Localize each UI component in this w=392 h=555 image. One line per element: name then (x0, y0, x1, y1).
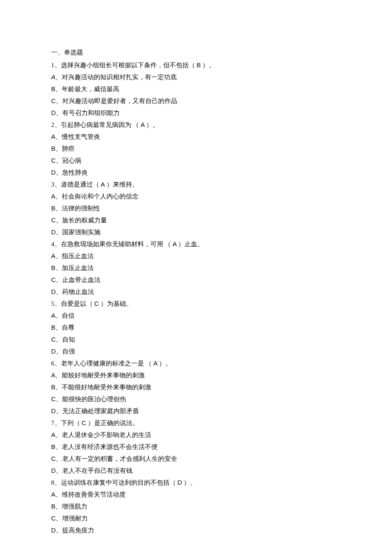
question-option: C、止血带止血法 (51, 274, 341, 286)
option-letter: B (51, 443, 55, 450)
question-option: A、对兴趣活动的知识相对扎实，有一定功底 (51, 71, 341, 83)
option-letter: D (51, 228, 56, 236)
question-stem: 8、运动训练在康复中可达到的目的不包括（ D ）。 (51, 477, 341, 489)
question-option: C、增强耐力 (51, 512, 341, 524)
option-letter: A (51, 491, 55, 498)
question-option: C、对兴趣活动即是爱好者，又有自己的作品 (51, 95, 341, 107)
option-text: 、加压止血法 (55, 265, 94, 271)
option-letter: D (51, 467, 56, 474)
question-option: D、国家强制实施 (51, 226, 341, 238)
option-text: 、有号召力和组织能力 (56, 109, 120, 116)
option-letter: A (51, 371, 55, 379)
option-letter: C (51, 515, 56, 522)
option-text: 、国家强制实施 (56, 229, 101, 236)
question-stem-text: 2、引起肺心病最常见病因为 （ (51, 121, 139, 128)
option-letter: D (51, 348, 56, 355)
option-text: 、肺癌 (55, 145, 75, 152)
question-stem: 3、道德是通过（ A ）来维持。 (51, 178, 341, 190)
option-letter: A (51, 73, 55, 81)
question-stem: 1、选择兴趣小组组长可根据以下条件，但不包括（ B ）。 (51, 59, 341, 71)
option-text: 、自信 (55, 312, 75, 319)
option-letter: A (51, 431, 55, 438)
question-option: B、肺癌 (51, 143, 341, 155)
question-answer: A (101, 181, 106, 188)
question-option: D、老人不在乎自己有没有钱 (51, 465, 341, 477)
option-letter: B (51, 324, 55, 331)
question-stem-text: 6、老年人心理健康的标准之一是 （ (51, 360, 152, 367)
question-answer: A (141, 121, 146, 128)
option-letter: B (51, 503, 55, 510)
option-letter: C (51, 336, 56, 343)
option-text: 、法律的强制性 (55, 205, 100, 212)
question-stem: 2、引起肺心病最常见病因为 （ A ）。 (51, 119, 341, 131)
option-text: 、自强 (56, 348, 75, 355)
question-answer: C (81, 419, 88, 426)
option-letter: A (51, 133, 55, 140)
option-letter: A (51, 252, 55, 259)
question-stem: 5、自爱是以（ C ）为基础。 (51, 298, 341, 310)
option-letter: D (51, 407, 56, 414)
question-answer: A (153, 359, 159, 367)
option-text: 、老人有一定的积蓄，才会感到人生的安全 (56, 455, 177, 462)
question-answer: D (177, 479, 184, 486)
question-stem-text: 7、下列（ (51, 420, 80, 426)
question-stem-text: 4、在急救现场如果你无辅助材料，可用 （ (51, 241, 171, 247)
option-text: 、社会舆论和个人内心的信念 (55, 193, 138, 200)
option-text: 、维持改善骨关节活动度 (55, 491, 126, 498)
questions-container: 1、选择兴趣小组组长可根据以下条件，但不包括（ B ）。A、对兴趣活动的知识相对… (51, 59, 341, 536)
question-stem: 7、下列（ C ）是正确的说法。 (51, 417, 341, 429)
option-letter: B (51, 145, 55, 152)
question-option: C、冠心病 (51, 155, 341, 167)
question-option: C、族长的权威力量 (51, 214, 341, 226)
question-stem-text: ）。 (184, 479, 196, 486)
section-title: 一、单选题 (51, 47, 341, 58)
option-text: 、族长的权威力量 (56, 217, 107, 224)
option-letter: C (51, 395, 56, 403)
option-letter: C (51, 157, 56, 164)
option-letter: C (51, 455, 56, 462)
question-option: B、不能很好地耐受外来事物的刺激 (51, 381, 341, 393)
question-option: D、急性肺炎 (51, 167, 341, 178)
option-text: 、无法正确处理家庭内部矛盾 (56, 408, 139, 414)
question-option: D、无法正确处理家庭内部矛盾 (51, 405, 341, 417)
option-letter: A (51, 312, 55, 319)
option-text: 、老人退休金少不影响老人的生活 (55, 431, 151, 438)
option-text: 、药物止血法 (56, 288, 94, 295)
question-option: C、老人有一定的积蓄，才会感到人生的安全 (51, 453, 341, 465)
question-stem: 4、在急救现场如果你无辅助材料，可用 （ A ）止血。 (51, 238, 341, 250)
option-letter: C (51, 276, 56, 283)
question-option: A、指压止血法 (51, 250, 341, 262)
option-letter: B (51, 264, 55, 271)
option-text: 、慢性支气管炎 (55, 133, 100, 140)
option-text: 、增强耐力 (56, 515, 88, 522)
option-letter: C (51, 216, 56, 224)
option-text: 、自尊 (55, 324, 75, 331)
option-text: 、对兴趣活动即是爱好者，又有自己的作品 (56, 98, 177, 104)
question-option: A、自信 (51, 310, 341, 322)
question-stem-text: ）。 (146, 121, 159, 128)
question-option: D、药物止血法 (51, 286, 341, 298)
option-text: 、提高免疫力 (56, 527, 94, 534)
option-text: 、自知 (56, 336, 75, 343)
question-stem-text: ）止血。 (178, 241, 204, 247)
question-option: C、能很快的医治心理创伤 (51, 393, 341, 405)
question-option: B、增强肌力 (51, 500, 341, 512)
question-option: A、能较好地耐受外来事物的刺激 (51, 369, 341, 381)
question-option: B、年龄最大，威信最高 (51, 83, 341, 95)
question-stem-text: ）。 (159, 360, 172, 367)
option-text: 、能较好地耐受外来事物的刺激 (55, 372, 145, 379)
option-letter: D (51, 169, 56, 176)
option-letter: B (51, 204, 55, 212)
document-page: 一、单选题 1、选择兴趣小组组长可根据以下条件，但不包括（ B ）。A、对兴趣活… (0, 0, 392, 555)
option-letter: D (51, 288, 56, 295)
option-text: 、老人不在乎自己有没有钱 (56, 467, 133, 474)
option-letter: B (51, 85, 55, 92)
question-option: D、自强 (51, 345, 341, 357)
question-stem-text: ）是正确的说法。 (88, 420, 139, 426)
option-letter: A (51, 193, 55, 200)
option-text: 、止血带止血法 (56, 276, 101, 283)
option-text: 、急性肺炎 (56, 169, 88, 176)
question-option: A、老人退休金少不影响老人的生活 (51, 429, 341, 441)
question-option: B、加压止血法 (51, 262, 341, 274)
option-text: 、冠心病 (56, 157, 81, 164)
